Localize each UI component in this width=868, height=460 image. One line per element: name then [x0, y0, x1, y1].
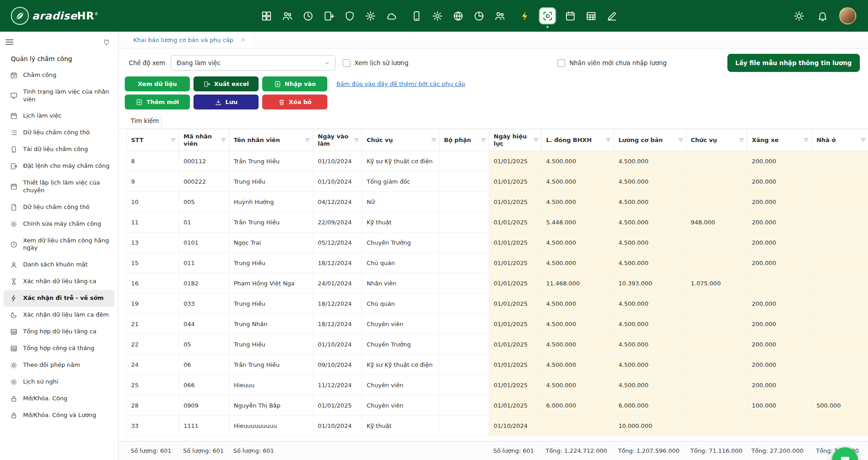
- table-cell[interactable]: [686, 294, 747, 314]
- table-cell[interactable]: Kỹ sư Kỹ thuật cơ điện: [362, 355, 439, 375]
- table-cell[interactable]: 4.500.000: [542, 232, 614, 253]
- table-cell[interactable]: [812, 192, 868, 212]
- filter-icon[interactable]: [304, 137, 311, 143]
- table-row[interactable]: 8000112Trần Trung Hiếu01/10/2024Kỹ sư Kỹ…: [127, 151, 868, 171]
- topbar-cloud-icon[interactable]: [384, 9, 398, 23]
- topbar-globe-icon[interactable]: [451, 9, 465, 23]
- table-row[interactable]: 2406Trần Trung Hiếu09/10/2024Kỹ sư Kỹ th…: [127, 355, 868, 375]
- table-cell[interactable]: 01/01/2025: [489, 253, 542, 273]
- table-cell[interactable]: 01/01/2025: [489, 273, 542, 294]
- table-cell[interactable]: Nhân viên: [362, 273, 439, 294]
- table-row[interactable]: 15011Trung Hiếu18/12/2024Chủ quản01/01/2…: [127, 253, 868, 273]
- export-excel-button[interactable]: Xuất excel: [193, 76, 259, 91]
- table-cell[interactable]: 18/12/2024: [313, 314, 362, 334]
- table-cell[interactable]: 200.000: [747, 171, 812, 192]
- table-cell[interactable]: [812, 355, 868, 375]
- column-header[interactable]: Lương cơ bản: [614, 129, 686, 151]
- table-cell[interactable]: [686, 171, 747, 192]
- sidebar-item[interactable]: Tình trạng làm việc của nhân viên: [4, 84, 114, 108]
- sidebar-item[interactable]: Lịch sử nghỉ: [4, 374, 114, 390]
- table-cell[interactable]: Chủ quản: [362, 294, 439, 314]
- table-cell[interactable]: 200.000: [747, 355, 812, 375]
- table-row[interactable]: 2205Trung Hiếu01/10/2024Chuyền Trưởng01/…: [127, 334, 868, 355]
- filter-icon[interactable]: [353, 137, 360, 143]
- save-button[interactable]: Lưu: [193, 95, 259, 109]
- table-cell[interactable]: 01/01/2025: [489, 212, 542, 232]
- table-cell[interactable]: 200.000: [747, 375, 812, 395]
- table-cell[interactable]: Huỳnh Hường: [229, 192, 313, 212]
- pin-sidebar-icon[interactable]: [102, 38, 111, 47]
- table-cell[interactable]: 01/10/2024: [313, 334, 362, 355]
- table-cell[interactable]: [812, 212, 868, 232]
- table-cell[interactable]: Nữ: [362, 192, 439, 212]
- table-cell[interactable]: 8: [127, 151, 179, 171]
- table-cell[interactable]: 1.075.000: [686, 273, 747, 294]
- filter-icon[interactable]: [803, 137, 810, 143]
- filter-icon[interactable]: [480, 137, 487, 143]
- table-cell[interactable]: [686, 151, 747, 171]
- table-cell[interactable]: 6.000.000: [614, 395, 686, 416]
- table-cell[interactable]: 4.500.000: [614, 212, 686, 232]
- history-checkbox-box[interactable]: [343, 59, 350, 67]
- user-avatar[interactable]: [839, 7, 856, 24]
- table-cell[interactable]: [812, 294, 868, 314]
- filter-icon[interactable]: [605, 137, 612, 143]
- table-cell[interactable]: [439, 375, 489, 395]
- topbar-bolt-icon[interactable]: [518, 9, 532, 23]
- table-cell[interactable]: 28: [127, 395, 179, 416]
- table-cell[interactable]: 01/10/2024: [313, 171, 362, 192]
- table-cell[interactable]: 01/10/2024: [489, 416, 542, 436]
- table-cell[interactable]: Nguyễn Thị Bắp: [229, 395, 313, 416]
- table-cell[interactable]: 11.468.000: [542, 273, 614, 294]
- table-cell[interactable]: [439, 192, 489, 212]
- table-cell[interactable]: 01/01/2025: [489, 314, 542, 334]
- topbar-table-icon[interactable]: [584, 9, 598, 23]
- filter-icon[interactable]: [533, 137, 539, 143]
- table-cell[interactable]: 011: [179, 253, 229, 273]
- table-cell[interactable]: 10: [127, 192, 179, 212]
- table-cell[interactable]: [439, 273, 489, 294]
- table-cell[interactable]: Chuyên viên: [362, 395, 439, 416]
- table-cell[interactable]: 4.500.000: [542, 314, 614, 334]
- table-cell[interactable]: [439, 232, 489, 253]
- column-header[interactable]: Mã nhân viên: [179, 129, 229, 151]
- sidebar-item[interactable]: Thiết lập lịch làm việc của chuyền: [4, 175, 114, 199]
- column-header[interactable]: Tên nhân viên: [229, 129, 313, 151]
- table-cell[interactable]: Ngọc Trai: [229, 232, 313, 253]
- history-checkbox[interactable]: Xem lịch sử lương: [343, 59, 409, 67]
- tab-salary-declaration[interactable]: Khai báo lương cơ bản và phụ cấp: [128, 32, 251, 48]
- table-cell[interactable]: 948.000: [686, 212, 747, 232]
- delete-button[interactable]: Xóa bỏ: [262, 95, 327, 109]
- notifications-bell-icon[interactable]: [816, 9, 829, 23]
- table-cell[interactable]: [439, 171, 489, 192]
- allowance-link[interactable]: Bấm đúp vào đây để thêm/ bớt các phụ cấp: [336, 81, 465, 87]
- table-cell[interactable]: 200.000: [747, 192, 812, 212]
- table-row[interactable]: 19033Trung Hiếu18/12/2024Chủ quản01/01/2…: [127, 294, 868, 314]
- table-cell[interactable]: [812, 232, 868, 253]
- table-row[interactable]: 280909Nguyễn Thị Bắp01/01/2025Chuyên viê…: [127, 395, 868, 416]
- table-cell[interactable]: 100.000: [747, 395, 812, 416]
- table-cell[interactable]: 200.000: [747, 334, 812, 355]
- table-cell[interactable]: [812, 151, 868, 171]
- filter-icon[interactable]: [738, 137, 745, 143]
- table-cell[interactable]: 4.500.000: [542, 375, 614, 395]
- filter-icon[interactable]: [430, 137, 437, 143]
- table-cell[interactable]: 200.000: [747, 232, 812, 253]
- table-cell[interactable]: [439, 334, 489, 355]
- table-cell[interactable]: 01/01/2025: [313, 395, 362, 416]
- table-cell[interactable]: [439, 355, 489, 375]
- topbar-gear-icon[interactable]: [430, 9, 444, 23]
- table-cell[interactable]: Trần Trung Hiếu: [229, 212, 313, 232]
- filter-icon[interactable]: [677, 137, 684, 143]
- table-cell[interactable]: [812, 375, 868, 395]
- table-cell[interactable]: 4.500.000: [542, 355, 614, 375]
- table-cell[interactable]: 05: [179, 334, 229, 355]
- table-cell[interactable]: Trung Hiếu: [229, 334, 313, 355]
- table-cell[interactable]: 01/01/2025: [489, 355, 542, 375]
- salary-template-button[interactable]: Lấy file mẫu nhập thông tin lương: [727, 54, 860, 72]
- column-header[interactable]: Xăng xe: [747, 129, 812, 151]
- sidebar-item[interactable]: Tổng hợp công cả tháng: [4, 340, 114, 357]
- table-cell[interactable]: Kỹ thuật: [362, 212, 439, 232]
- table-cell[interactable]: 4.500.000: [614, 334, 686, 355]
- table-cell[interactable]: 500.000: [812, 395, 868, 416]
